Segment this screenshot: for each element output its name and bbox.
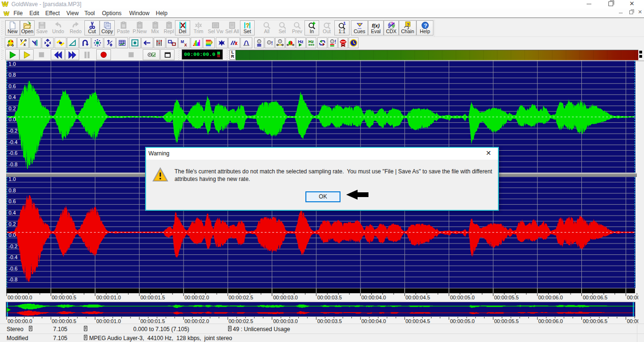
svg-text:0.0: 0.0 <box>9 232 16 238</box>
svg-text:M: M <box>181 39 184 44</box>
svg-text:0.6: 0.6 <box>9 198 16 204</box>
svg-text:Hz: Hz <box>298 39 304 44</box>
svg-text:1.0: 1.0 <box>9 61 16 67</box>
svg-text:Y: Y <box>20 39 23 43</box>
svg-text:x: x <box>24 42 26 47</box>
svg-text:!: ! <box>271 40 273 46</box>
svg-text:-0.4: -0.4 <box>9 139 18 145</box>
svg-text:-0.4: -0.4 <box>9 254 18 260</box>
svg-text:0.4: 0.4 <box>9 210 16 216</box>
svg-text:-0.2: -0.2 <box>9 243 18 249</box>
svg-text:0.6: 0.6 <box>9 83 16 89</box>
svg-text:0.8: 0.8 <box>9 72 16 78</box>
svg-text:X: X <box>184 43 187 47</box>
svg-text:0.4: 0.4 <box>9 94 16 100</box>
svg-text:1.0: 1.0 <box>9 176 16 182</box>
svg-text:0.2: 0.2 <box>9 106 16 111</box>
svg-text:?: ? <box>423 22 427 28</box>
svg-text:-0.8: -0.8 <box>9 162 18 167</box>
svg-text:0.8: 0.8 <box>9 188 16 193</box>
svg-text:-0.6: -0.6 <box>9 266 18 271</box>
svg-text:!: ! <box>334 39 336 45</box>
svg-text:0.2: 0.2 <box>9 221 16 227</box>
svg-text:-0.2: -0.2 <box>9 128 18 134</box>
svg-text:f(x): f(x) <box>372 23 380 28</box>
svg-text:Hz: Hz <box>308 39 314 44</box>
svg-text:-0.8: -0.8 <box>9 277 18 282</box>
svg-text:1: 1 <box>343 21 346 26</box>
svg-text:-0.6: -0.6 <box>9 150 18 156</box>
svg-text:0.0: 0.0 <box>9 117 16 122</box>
